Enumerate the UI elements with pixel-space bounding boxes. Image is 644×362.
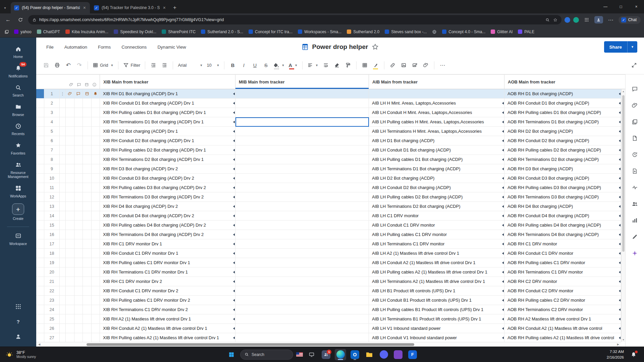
row-menu-icon[interactable] (60, 305, 66, 314)
row-comment-icon-cell[interactable] (74, 258, 83, 267)
window-minimize-button[interactable]: — (598, 0, 613, 13)
cell-mib-row9[interactable] (235, 164, 369, 174)
row-attachment-icon-cell[interactable] (66, 230, 74, 239)
bookmark-item[interactable]: Concept for ITC tra... (246, 28, 295, 36)
font-size-selector[interactable]: 10 ▼ (205, 60, 221, 71)
row-reminder-icon-cell[interactable] (92, 239, 100, 249)
row-reminder-icon-cell[interactable] (92, 333, 100, 342)
taskbar-app-desktop[interactable] (306, 349, 317, 360)
notification-bell[interactable] (628, 349, 639, 360)
cell-mib-row4[interactable] (235, 117, 369, 127)
row-reminder-icon-cell[interactable] (92, 258, 100, 267)
cell-aib-row27[interactable]: AIB LH Conduit V1 Inbound standard power (369, 333, 504, 342)
bookmark-star-icon[interactable] (553, 18, 557, 22)
vertical-scroll-thumb[interactable] (622, 95, 625, 252)
row-comment-icon-cell[interactable] (74, 305, 83, 314)
row-comment-icon-cell[interactable] (74, 164, 83, 174)
row-number[interactable]: 20 (44, 267, 60, 277)
row-number[interactable]: 19 (44, 258, 60, 267)
row-proof-icon-cell[interactable] (83, 164, 92, 174)
cell-mib-row24[interactable] (235, 305, 369, 314)
ai-sparkle-icon[interactable] (629, 247, 641, 259)
bookmark-item[interactable]: ChatGPT (34, 28, 63, 36)
row-attachment-icon-cell[interactable] (66, 211, 74, 221)
row-comment-icon-cell[interactable] (74, 127, 83, 136)
cell-xib-row24[interactable]: XIB RH Terminations C1 DRV monitor Drv 2 (100, 305, 235, 314)
column-header-aob[interactable]: AOB Main from tracker (504, 75, 625, 89)
cell-aib-row24[interactable]: AIB LH Pulling cables B1 Product lift co… (369, 305, 504, 314)
row-drag-strip[interactable] (36, 221, 44, 230)
cell-mib-row22[interactable] (235, 286, 369, 296)
row-menu-icon[interactable] (60, 314, 66, 324)
sidebar-item-recents[interactable]: Recents (0, 119, 36, 139)
browser-menu-icon[interactable]: ⋯ (606, 15, 615, 24)
cell-aob-row18[interactable]: AOB RH Conduit C1 DRV monitor (504, 249, 621, 258)
row-menu-icon[interactable] (60, 221, 66, 230)
cell-xib-row7[interactable]: XIB RH Pulling cables D2 Bot charging (A… (100, 145, 235, 155)
row-drag-strip[interactable] (36, 127, 44, 136)
row-proof-icon-cell[interactable] (83, 127, 92, 136)
filter-button[interactable]: Filter (121, 60, 142, 71)
row-comment-icon-cell[interactable] (74, 99, 83, 108)
info-column-icon[interactable] (92, 82, 97, 87)
cell-aib-row3[interactable]: AIB LH Conduit H Mint. Areas, Laptops,Ac… (369, 108, 504, 117)
row-proof-icon-cell[interactable] (83, 155, 92, 164)
bookmark-item[interactable]: Concept 4.0 - Sma... (439, 28, 488, 36)
taskbar-search[interactable]: Search (240, 350, 293, 360)
cell-mib-row23[interactable] (235, 296, 369, 305)
cell-mib-row1[interactable] (235, 89, 369, 99)
sidebar-item-workspace[interactable]: Workspace (0, 229, 36, 249)
row-comment-icon-cell[interactable] (74, 136, 83, 145)
chat-button[interactable]: Chat (619, 16, 641, 24)
cell-mib-row20[interactable] (235, 267, 369, 277)
row-reminder-icon-cell[interactable] (92, 99, 100, 108)
tab-close-icon[interactable]: × (162, 5, 166, 10)
row-drag-strip[interactable] (36, 296, 44, 305)
row-attachment-icon-cell[interactable] (66, 305, 74, 314)
cell-mib-row15[interactable] (235, 221, 369, 230)
row-reminder-icon-cell[interactable] (92, 164, 100, 174)
bookmark-item[interactable]: SharePoint ITC (159, 28, 198, 36)
help-icon[interactable]: ? (16, 319, 19, 324)
taskbar-app-outlook[interactable]: O (349, 349, 361, 360)
borders-button[interactable] (360, 60, 370, 71)
vertical-scrollbar[interactable]: ▲ ▼ (621, 89, 625, 342)
apps-grid-icon[interactable] (15, 303, 21, 309)
row-attachment-icon-cell[interactable] (66, 99, 74, 108)
horizontal-scroll-thumb[interactable] (87, 343, 414, 346)
row-reminder-icon-cell[interactable] (92, 286, 100, 296)
row-reminder-icon-cell[interactable] (92, 202, 100, 211)
cell-aib-row2[interactable]: AIB LH H Mint. Areas, Laptops,Accessorie… (369, 99, 504, 108)
cell-aib-row11[interactable]: AIB LH Conduit D2 Bot charging (ACDP) (369, 183, 504, 192)
cell-mib-row8[interactable] (235, 155, 369, 164)
row-menu-icon[interactable]: ⋮ (60, 89, 66, 99)
cell-aib-row6[interactable]: AIB LH D1 Bot charging (ACDP) (369, 136, 504, 145)
bookmark-item[interactable]: yahoo (11, 28, 34, 36)
sidebar-item-search[interactable]: Search (0, 81, 36, 100)
row-drag-strip[interactable] (36, 89, 44, 99)
bookmark-item[interactable]: Glitter AI (488, 28, 515, 36)
row-menu-icon[interactable] (60, 258, 66, 267)
window-close-button[interactable]: × (629, 0, 644, 13)
row-comment-icon-cell[interactable] (74, 117, 83, 127)
cell-mib-row26[interactable] (235, 324, 369, 333)
cell-mib-row10[interactable] (235, 174, 369, 183)
cell-xib-row25[interactable]: XIB RH A2 (1) Mastless lift drive contro… (100, 314, 235, 324)
row-proof-icon-cell[interactable] (83, 286, 92, 296)
cell-aob-row21[interactable]: AOB RH C2 DRV monitor (504, 277, 621, 286)
row-proof-icon-cell[interactable] (83, 324, 92, 333)
bookmark-item[interactable]: PALE (515, 28, 537, 36)
cell-xib-row13[interactable]: XIB RH D4 Bot charging (ACDP) Drv 2 (100, 202, 235, 211)
image-button[interactable] (398, 60, 409, 71)
row-attachment-icon-cell[interactable] (66, 108, 74, 117)
cell-aib-row23[interactable]: AIB LH Conduit B1 Product lift controls … (369, 296, 504, 305)
row-number[interactable]: 26 (44, 324, 60, 333)
scroll-down-icon[interactable]: ▼ (622, 339, 625, 341)
row-drag-strip[interactable] (36, 333, 44, 342)
taskbar-app-f[interactable]: F (407, 349, 418, 360)
row-menu-icon[interactable] (60, 202, 66, 211)
row-number[interactable]: 17 (44, 239, 60, 249)
cell-aib-row20[interactable]: AIB LH Pulling cables A2 (1) Mastless li… (369, 267, 504, 277)
row-attachment-icon-cell[interactable] (66, 89, 74, 99)
row-menu-icon[interactable] (60, 286, 66, 296)
